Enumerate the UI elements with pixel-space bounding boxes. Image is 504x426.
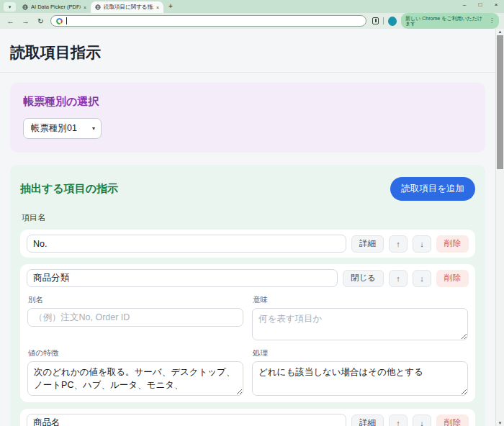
details-button[interactable]: 詳細: [351, 414, 384, 426]
processing-textarea[interactable]: どれにも該当しない場合はその他とする: [252, 361, 468, 396]
text-cursor: [66, 17, 67, 24]
maximize-button[interactable]: □: [472, 0, 488, 12]
value-features-label: 値の特徴: [28, 348, 243, 358]
back-icon[interactable]: ←: [5, 17, 16, 25]
items-section-header: 抽出する項目の指示 読取項目を追加: [20, 177, 475, 201]
chrome-update-label: 新しい Chrome をご利用いただけます: [405, 16, 485, 26]
tab-title: AI Data Picker (PDF/画像プレビ: [31, 4, 81, 11]
minimize-button[interactable]: –: [456, 0, 472, 12]
extensions-icon[interactable]: [372, 17, 379, 24]
toolbar-divider: [383, 17, 384, 24]
move-down-button[interactable]: ↓: [413, 235, 431, 253]
scroll-up-icon[interactable]: ▲: [496, 30, 504, 34]
tab-close-icon[interactable]: ×: [84, 5, 86, 10]
globe-icon: [95, 4, 101, 10]
close-window-button[interactable]: ×: [488, 0, 504, 12]
items-section: 抽出する項目の指示 読取項目を追加 項目名 詳細 ↑ ↓ 削除 閉じる: [10, 165, 485, 426]
address-bar[interactable]: [50, 15, 366, 27]
page-content: 読取項目指示 帳票種別の選択 帳票種別01 ▾ 抽出する項目の指示 読取項目を追…: [0, 29, 495, 426]
value-features-textarea[interactable]: 次のどれかの値を取る。サーバ、デスクトップ、ノートPC、ハブ、ルータ、モニタ、: [27, 361, 243, 396]
tab-search-icon[interactable]: ▾: [4, 2, 16, 12]
alias-label: 別名: [28, 295, 243, 305]
meaning-textarea[interactable]: [252, 308, 468, 340]
item-name-input[interactable]: [27, 269, 338, 287]
move-up-button[interactable]: ↑: [389, 414, 408, 426]
items-section-heading: 抽出する項目の指示: [20, 182, 118, 196]
delete-button[interactable]: 削除: [436, 270, 469, 287]
globe-icon: [22, 4, 28, 10]
form-type-heading: 帳票種別の選択: [23, 95, 472, 109]
scrollbar-thumb[interactable]: [497, 35, 503, 169]
tab-close-icon[interactable]: ×: [156, 5, 159, 10]
item-row: 詳細 ↑ ↓ 削除: [20, 230, 475, 258]
vertical-scrollbar[interactable]: ▲ ▼: [495, 29, 504, 426]
move-up-button[interactable]: ↑: [389, 235, 408, 253]
chevron-down-icon: ▾: [92, 125, 95, 132]
add-item-button[interactable]: 読取項目を追加: [390, 177, 475, 201]
profile-avatar[interactable]: [388, 17, 397, 26]
processing-label: 処理: [253, 348, 467, 358]
item-row: 詳細 ↑ ↓ 削除: [20, 409, 475, 426]
item-name-input[interactable]: [27, 235, 346, 253]
scroll-down-icon[interactable]: ▼: [496, 421, 504, 425]
form-type-section: 帳票種別の選択 帳票種別01 ▾: [10, 83, 485, 153]
chrome-update-button[interactable]: 新しい Chrome をご利用いただけます ⋮: [401, 13, 499, 29]
tab-title: 読取項目に関する指示: [104, 4, 153, 11]
collapse-button[interactable]: 閉じる: [343, 270, 384, 287]
tab-ai-data-picker[interactable]: AI Data Picker (PDF/画像プレビ ×: [18, 1, 91, 13]
tab-strip: ▾ AI Data Picker (PDF/画像プレビ × 読取項目に関する指示…: [0, 0, 504, 13]
browser-window: ▾ AI Data Picker (PDF/画像プレビ × 読取項目に関する指示…: [0, 0, 504, 426]
alias-input[interactable]: [27, 308, 243, 327]
delete-button[interactable]: 削除: [436, 235, 469, 253]
item-row-expanded: 閉じる ↑ ↓ 削除 別名 意味 値の特徴 次: [20, 264, 475, 402]
window-controls: – □ ×: [456, 0, 504, 12]
forward-icon[interactable]: →: [20, 17, 31, 25]
move-down-button[interactable]: ↓: [413, 414, 431, 426]
item-detail-panel: 別名 意味 値の特徴 次のどれかの値を取る。サーバ、デスクトップ、ノートPC、ハ…: [27, 294, 469, 397]
meaning-label: 意味: [253, 295, 467, 305]
delete-button[interactable]: 削除: [436, 414, 469, 426]
item-name-input[interactable]: [27, 414, 346, 426]
google-logo-icon: [56, 18, 63, 24]
page-title: 読取項目指示: [10, 29, 485, 72]
details-button[interactable]: 詳細: [351, 235, 384, 253]
reload-icon[interactable]: ↻: [35, 17, 46, 25]
new-tab-button[interactable]: +: [168, 1, 173, 12]
move-down-button[interactable]: ↓: [413, 270, 431, 287]
toolbar-right: 新しい Chrome をご利用いただけます ⋮: [372, 13, 499, 29]
title-divider: [0, 72, 495, 73]
form-type-select[interactable]: 帳票種別01 ▾: [23, 118, 102, 139]
menu-dots-icon[interactable]: ⋮: [489, 18, 495, 24]
form-type-select-value: 帳票種別01: [31, 122, 77, 135]
tab-reading-items[interactable]: 読取項目に関する指示 ×: [91, 1, 163, 13]
item-name-label: 項目名: [22, 212, 474, 223]
move-up-button[interactable]: ↑: [389, 270, 408, 287]
browser-toolbar: ← → ↻ 新しい Chrome をご利用いただけます ⋮: [0, 13, 504, 29]
